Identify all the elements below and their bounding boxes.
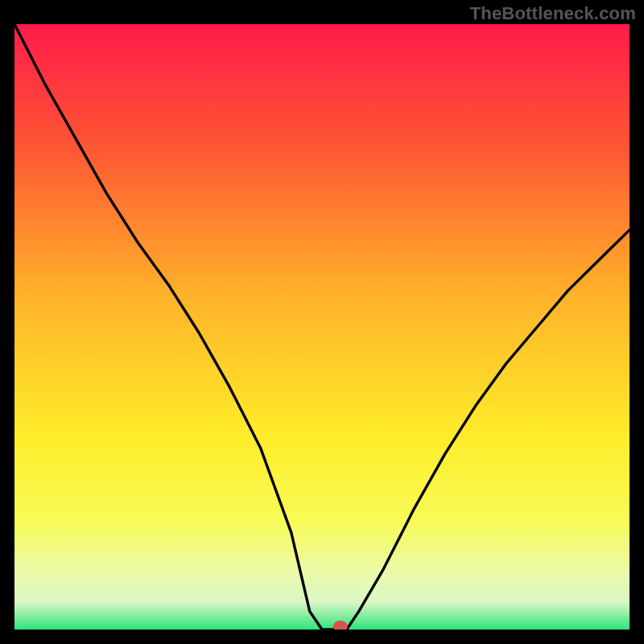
watermark-text: TheBottleneck.com <box>470 3 636 24</box>
bottleneck-plot <box>14 24 630 630</box>
chart-frame: TheBottleneck.com <box>0 0 644 644</box>
plot-svg <box>14 24 630 630</box>
